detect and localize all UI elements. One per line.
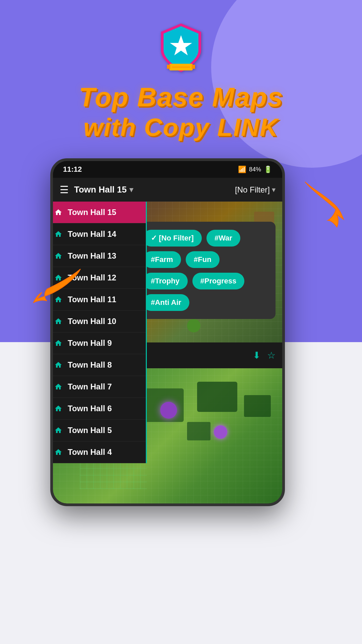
battery-icon: 🔋 — [264, 165, 272, 173]
filter-tag-label-0: [No Filter] — [159, 234, 194, 243]
filter-tag-label-6: #Anti Air — [151, 298, 181, 307]
phone-frame: 11:12 📶 84% 🔋 ☰ Town Hall 15 ▾ [No Filte… — [50, 158, 285, 506]
download-button-1[interactable]: ⬇ — [253, 350, 260, 361]
filter-tag-antiair[interactable]: #Anti Air — [143, 294, 189, 311]
filter-dropdown-arrow: ▾ — [272, 185, 276, 194]
sidebar-item-th6[interactable]: Town Hall 6 — [53, 398, 146, 420]
favorite-button-1[interactable]: ☆ — [267, 350, 276, 361]
sidebar-label-th9: Town Hall 9 — [68, 338, 112, 348]
hamburger-icon[interactable]: ☰ — [60, 184, 69, 196]
svg-rect-2 — [167, 65, 170, 69]
sidebar-item-th4[interactable]: Town Hall 4 — [53, 441, 146, 463]
sidebar-label-th14: Town Hall 14 — [68, 229, 116, 239]
filter-tag-progress[interactable]: #Progress — [192, 273, 245, 289]
th-dropdown-arrow: ▾ — [129, 185, 133, 194]
filter-tag-label-3: #Fun — [194, 255, 212, 264]
filter-tag-label-1: #War — [215, 234, 232, 243]
svg-rect-3 — [192, 65, 195, 69]
house-icon-th15 — [54, 208, 62, 216]
filter-dropdown: ✓ [No Filter] #War #Farm #Fun — [135, 222, 276, 319]
house-icon-th4 — [54, 448, 62, 456]
sidebar-label-th8: Town Hall 8 — [68, 360, 112, 370]
app-header: ☰ Town Hall 15 ▾ [No Filter] ▾ — [53, 178, 282, 202]
filter-tags-container: ✓ [No Filter] #War #Farm #Fun — [143, 230, 267, 311]
th-selector-button[interactable]: Town Hall 15 ▾ — [74, 184, 133, 195]
status-time: 11:12 — [63, 165, 82, 174]
check-icon: ✓ — [151, 234, 157, 243]
sidebar-item-th5[interactable]: Town Hall 5 — [53, 420, 146, 441]
status-bar: 11:12 📶 84% 🔋 — [53, 161, 282, 178]
signal-strength: 84% — [249, 166, 261, 173]
sidebar-label-th5: Town Hall 5 — [68, 426, 112, 435]
filter-tag-label-2: #Farm — [151, 255, 173, 264]
sidebar-item-th9[interactable]: Town Hall 9 — [53, 332, 146, 354]
house-icon-th9 — [54, 339, 62, 347]
sidebar-item-th14[interactable]: Town Hall 14 — [53, 223, 146, 245]
phone-mockup: 11:12 📶 84% 🔋 ☰ Town Hall 15 ▾ [No Filte… — [50, 158, 312, 506]
house-icon-th14 — [54, 230, 62, 238]
filter-label: [No Filter] — [235, 185, 270, 195]
phone-screen: #War 5k downloads ⬇ ☆ — [53, 202, 282, 503]
wifi-icon: 📶 — [238, 165, 246, 173]
page-title-line2: with Copy LINK — [83, 113, 279, 142]
arrow-left — [30, 259, 90, 321]
house-icon-th8 — [54, 361, 62, 369]
sidebar-label-th15: Town Hall 15 — [68, 208, 116, 217]
sidebar-label-th6: Town Hall 6 — [68, 404, 112, 413]
sidebar-item-th7[interactable]: Town Hall 7 — [53, 376, 146, 398]
house-icon-th7 — [54, 383, 62, 391]
selected-th-label: Town Hall 15 — [74, 184, 127, 195]
status-icons: 📶 84% 🔋 — [238, 165, 272, 173]
filter-tag-nofilter[interactable]: ✓ [No Filter] — [143, 230, 202, 247]
sidebar-label-th4: Town Hall 4 — [68, 447, 112, 457]
filter-tag-trophy[interactable]: #Trophy — [143, 273, 188, 289]
sidebar-label-th7: Town Hall 7 — [68, 382, 112, 391]
filter-tag-farm[interactable]: #Farm — [143, 251, 181, 268]
sidebar-item-th8[interactable]: Town Hall 8 — [53, 354, 146, 376]
badge-icon — [154, 20, 208, 75]
filter-tag-label-5: #Progress — [200, 277, 237, 285]
content-wrapper: Top Base Maps with Copy LINK — [0, 0, 362, 506]
arrow-right — [298, 175, 352, 230]
filter-tag-fun[interactable]: #Fun — [186, 251, 220, 268]
sidebar-item-th15[interactable]: Town Hall 15 — [53, 202, 146, 223]
sidebar-drawer: Town Hall 15 Town Hall 14 Town Hall 13 — [53, 202, 147, 463]
page-title-line1: Top Base Maps — [79, 82, 283, 113]
filter-tag-label-4: #Trophy — [151, 277, 180, 285]
house-icon-th6 — [54, 405, 62, 413]
filter-tag-war[interactable]: #War — [206, 230, 240, 247]
house-icon-th5 — [54, 426, 62, 434]
filter-button[interactable]: [No Filter] ▾ — [235, 185, 276, 195]
